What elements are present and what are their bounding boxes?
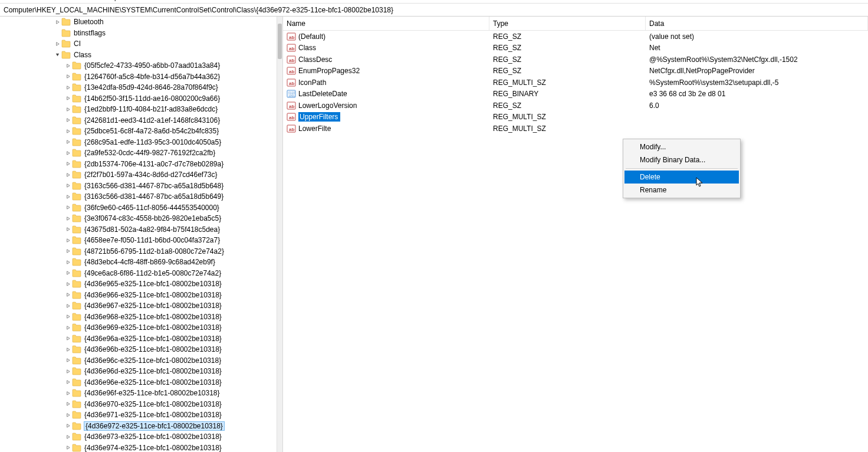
value-row[interactable]: abLowerLogoVersionREG_SZ6.0 <box>283 100 868 112</box>
tree-item[interactable]: {1ed2bbf9-11f0-4084-b21f-ad83a8e6dcdc} <box>0 104 277 115</box>
tree-item[interactable]: {2db15374-706e-4131-a0c7-d7c78eb0289a} <box>0 159 277 170</box>
tree-item[interactable]: {14b62f50-3f15-11dd-ae16-0800200c9a66} <box>0 93 277 104</box>
context-menu-item[interactable]: Modify Binary Data... <box>624 153 739 166</box>
menu-fav[interactable]: Favorites <box>68 0 95 1</box>
tree-item[interactable]: {4658ee7e-f050-11d1-b6bd-00c04fa372a7} <box>0 235 277 246</box>
tree-toggle-icon[interactable] <box>64 260 72 265</box>
tree-toggle-icon[interactable] <box>64 303 72 309</box>
value-row[interactable]: abClassREG_SZNet <box>283 42 868 54</box>
tree-item[interactable]: {4d36e972-e325-11ce-bfc1-08002be10318} <box>0 421 277 432</box>
tree-item[interactable]: {3163c566-d381-4467-87bc-a65a18d5b649} <box>0 191 277 202</box>
tree-toggle-icon[interactable] <box>64 358 72 363</box>
tree-item[interactable]: {4d36e96d-e325-11ce-bfc1-08002be10318} <box>0 366 277 377</box>
context-menu-item[interactable]: Modify... <box>624 140 739 153</box>
tree-item[interactable]: {05f5cfe2-4733-4950-a6bb-07aad01a3a84} <box>0 60 277 71</box>
tree-item[interactable]: {242681d1-eed3-41d2-a1ef-1468fc843106} <box>0 115 277 126</box>
context-menu-item[interactable]: Delete <box>624 171 739 184</box>
value-row[interactable]: ab(Default)REG_SZ(value not set) <box>283 31 868 42</box>
tree-scrollbar-thumb[interactable] <box>278 24 282 59</box>
value-row[interactable]: abUpperFiltersREG_MULTI_SZ <box>283 112 868 123</box>
tree-toggle-icon[interactable] <box>64 238 72 243</box>
tree-toggle-icon[interactable] <box>64 369 72 374</box>
tree-item[interactable]: {4d36e968-e325-11ce-bfc1-08002be10318} <box>0 312 277 323</box>
tree-item[interactable]: {4d36e971-e325-11ce-bfc1-08002be10318} <box>0 410 277 421</box>
tree-toggle-icon[interactable] <box>64 314 72 319</box>
tree-toggle-icon[interactable] <box>64 412 72 418</box>
tree-toggle-icon[interactable] <box>64 194 72 199</box>
tree-toggle-icon[interactable] <box>64 227 72 232</box>
col-type[interactable]: Type <box>489 17 646 30</box>
tree-item[interactable]: {48d3ebc4-4cf8-48ff-b869-9c68ad42eb9f} <box>0 257 277 268</box>
tree-toggle-icon[interactable] <box>53 52 61 57</box>
value-row[interactable]: abClassDescREG_SZ@%SystemRoot%\System32\… <box>283 54 868 65</box>
values-header[interactable]: Name Type Data <box>283 17 868 31</box>
tree-item[interactable]: Class <box>0 50 277 61</box>
tree-toggle-icon[interactable] <box>64 325 72 330</box>
tree-toggle-icon[interactable] <box>64 183 72 188</box>
tree-item[interactable]: {4d36e965-e325-11ce-bfc1-08002be10318} <box>0 279 277 290</box>
tree-toggle-icon[interactable] <box>64 379 72 385</box>
tree-toggle-icon[interactable] <box>64 336 72 341</box>
tree-item[interactable]: {3163c566-d381-4467-87bc-a65a18d5b648} <box>0 181 277 192</box>
address-bar[interactable]: Computer\HKEY_LOCAL_MACHINE\SYSTEM\Curre… <box>0 4 868 17</box>
tree-item[interactable]: {4d36e967-e325-11ce-bfc1-08002be10318} <box>0 300 277 312</box>
context-menu-item[interactable]: Rename <box>624 184 739 196</box>
tree-toggle-icon[interactable] <box>64 347 72 352</box>
tree-toggle-icon[interactable] <box>64 292 72 297</box>
tree-toggle-icon[interactable] <box>53 19 61 25</box>
tree-item[interactable]: {4d36e96c-e325-11ce-bfc1-08002be10318} <box>0 355 277 366</box>
tree-toggle-icon[interactable] <box>64 107 72 112</box>
menu-view[interactable]: View <box>45 0 60 1</box>
tree-item[interactable]: {48721b56-6795-11d2-b1a8-0080c72e74a2} <box>0 246 277 257</box>
tree-item[interactable]: {4d36e966-e325-11ce-bfc1-08002be10318} <box>0 290 277 301</box>
tree-toggle-icon[interactable] <box>64 74 72 79</box>
tree-toggle-icon[interactable] <box>64 401 72 407</box>
tree-toggle-icon[interactable] <box>64 434 72 440</box>
tree-toggle-icon[interactable] <box>64 117 72 123</box>
tree-item[interactable]: Bluetooth <box>0 17 277 28</box>
tree-toggle-icon[interactable] <box>53 41 61 47</box>
tree-toggle-icon[interactable] <box>64 63 72 68</box>
tree-toggle-icon[interactable] <box>64 85 72 90</box>
tree-toggle-icon[interactable] <box>64 139 72 145</box>
tree-item[interactable]: {36fc9e60-c465-11cf-8056-444553540000} <box>0 202 277 214</box>
tree-toggle-icon[interactable] <box>64 96 72 101</box>
tree-toggle-icon[interactable] <box>64 129 72 134</box>
context-menu[interactable]: Modify...Modify Binary Data...DeleteRena… <box>623 139 741 198</box>
tree-toggle-icon[interactable] <box>64 391 72 396</box>
tree-toggle-icon[interactable] <box>64 161 72 166</box>
value-row[interactable]: abLowerFilteREG_MULTI_SZ <box>283 123 868 135</box>
value-row[interactable]: abEnumPropPages32REG_SZNetCfgx.dll,NetPr… <box>283 65 868 77</box>
tree-toggle-icon[interactable] <box>64 281 72 287</box>
tree-pane[interactable]: BluetoothbtinstflagsCIClass{05f5cfe2-473… <box>0 17 283 452</box>
tree-item[interactable]: {4d36e96e-e325-11ce-bfc1-08002be10318} <box>0 377 277 388</box>
tree-item[interactable]: {4d36e96f-e325-11ce-bfc1-08002be10318} <box>0 388 277 399</box>
tree-toggle-icon[interactable] <box>64 150 72 156</box>
tree-item[interactable]: {43675d81-502a-4a82-9f84-b75f418c5dea} <box>0 224 277 235</box>
tree-item[interactable]: {4d36e96b-e325-11ce-bfc1-08002be10318} <box>0 344 277 355</box>
tree-item[interactable]: {13e42dfa-85d9-424d-8646-28a70f864f9c} <box>0 82 277 93</box>
tree-item[interactable]: {1264760f-a5c8-4bfe-b314-d56a7b44a362} <box>0 71 277 83</box>
tree-toggle-icon[interactable] <box>64 216 72 221</box>
value-row[interactable]: 01101001LastDeleteDateREG_BINARYe3 36 68… <box>283 89 868 100</box>
tree-item[interactable]: {4d36e970-e325-11ce-bfc1-08002be10318} <box>0 399 277 410</box>
menu-help[interactable]: Help <box>105 0 119 1</box>
tree-item[interactable]: {4d36e969-e325-11ce-bfc1-08002be10318} <box>0 322 277 333</box>
values-pane[interactable]: Name Type Data ab(Default)REG_SZ(value n… <box>283 17 868 452</box>
col-data[interactable]: Data <box>646 17 868 30</box>
tree-item[interactable]: {4d36e974-e325-11ce-bfc1-08002be10318} <box>0 443 277 453</box>
tree-item[interactable]: {268c95a1-edfe-11d3-95c3-0010dc4050a5} <box>0 137 277 148</box>
col-name[interactable]: Name <box>283 17 489 30</box>
tree-item[interactable]: CI <box>0 38 277 50</box>
tree-item[interactable]: {25dbce51-6c8f-4a72-8a6d-b54c2b4fc835} <box>0 126 277 137</box>
tree-toggle-icon[interactable] <box>64 270 72 276</box>
tree-item[interactable]: {2f2f7b01-597a-434c-8d6d-d27cd46ef73c} <box>0 169 277 181</box>
tree-toggle-icon[interactable] <box>64 172 72 178</box>
menu-file[interactable]: File <box>5 0 15 1</box>
tree-item[interactable]: btinstflags <box>0 28 277 39</box>
tree-item[interactable]: {4d36e96a-e325-11ce-bfc1-08002be10318} <box>0 333 277 345</box>
tree-item[interactable]: {3e3f0674-c83c-4558-bb26-9820e1eba5c5} <box>0 213 277 224</box>
tree-toggle-icon[interactable] <box>64 445 72 450</box>
tree-item[interactable]: {2a9fe532-0cdc-44f9-9827-76192f2ca2fb} <box>0 148 277 159</box>
tree-item[interactable]: {49ce6ac8-6f86-11d2-b1e5-0080c72e74a2} <box>0 268 277 279</box>
